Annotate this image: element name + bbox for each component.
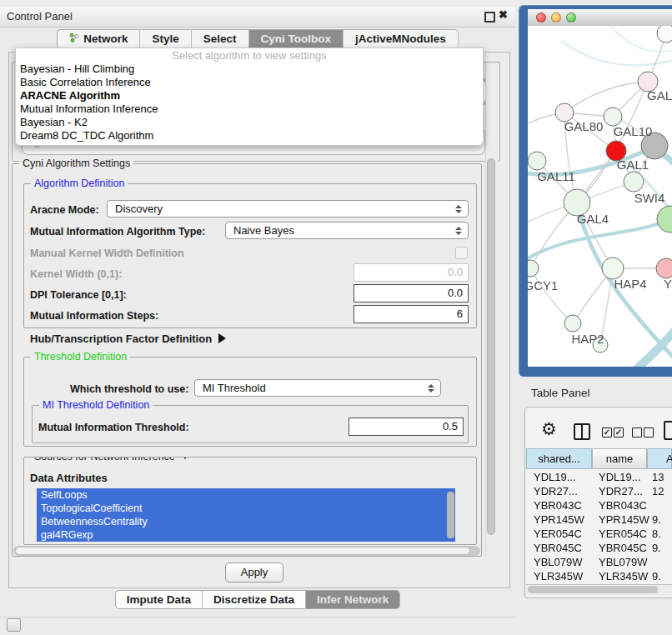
table-cell: YLR345W bbox=[599, 570, 648, 582]
mi-steps-field[interactable]: 6 bbox=[354, 305, 469, 323]
table-row[interactable]: YBR045CYBR045C9. bbox=[526, 542, 672, 556]
checked-box-icon[interactable]: ✓ bbox=[602, 428, 612, 438]
zoom-traffic-light-icon[interactable] bbox=[566, 12, 576, 22]
algorithm-option-bayesian-hill-climbing[interactable]: Bayesian - Hill Climbing bbox=[16, 62, 483, 76]
settings-horizontal-scrollbar-thumb[interactable] bbox=[15, 547, 470, 555]
algorithm-option-aracne-algorithm[interactable]: ARACNE Algorithm bbox=[16, 89, 483, 102]
table-cell: YBR043C bbox=[599, 499, 647, 512]
split-columns-icon[interactable] bbox=[574, 423, 590, 440]
table-row[interactable]: YLR345WYLR345W9. bbox=[526, 570, 672, 583]
tab-select[interactable]: Select bbox=[192, 29, 249, 49]
network-window-titlebar[interactable] bbox=[528, 9, 672, 27]
tab-label: Style bbox=[152, 30, 178, 48]
table-row[interactable]: YDR27...YDR27...12 bbox=[526, 485, 672, 499]
kernel-width-field[interactable]: 0.0 bbox=[354, 263, 469, 282]
network-node-label: GAL80 bbox=[564, 119, 604, 133]
aracne-mode-label: Aracne Mode: bbox=[30, 204, 99, 216]
attribute-item-gal4rgexp[interactable]: gal4RGexp bbox=[37, 528, 455, 542]
network-node[interactable] bbox=[657, 26, 672, 42]
kernel-width-label: Kernel Width (0,1): bbox=[30, 268, 122, 280]
aracne-mode-combobox[interactable]: Discovery bbox=[107, 200, 469, 218]
network-canvas-svg: GALGAL80GAL10GAL1GAL11SWI4GAL4GCY1HAP4YH… bbox=[528, 26, 672, 367]
attribute-item-betweennesscentrality[interactable]: BetweennessCentrality bbox=[37, 515, 455, 528]
network-node-label: HAP4 bbox=[614, 277, 646, 291]
network-node-label: GCY1 bbox=[528, 278, 558, 292]
close-icon[interactable]: ✖ bbox=[499, 8, 508, 21]
tab-network[interactable]: Network bbox=[57, 29, 140, 49]
tab-style[interactable]: Style bbox=[140, 29, 191, 49]
tab-impute-data[interactable]: Impute Data bbox=[115, 590, 203, 609]
algorithm-dropdown-list: Bayesian - Hill ClimbingBasic Correlatio… bbox=[16, 62, 483, 142]
mi-threshold-field[interactable]: 0.5 bbox=[349, 418, 464, 436]
manual-kernel-label: Manual Kernel Width Definition bbox=[30, 248, 184, 259]
control-panel-tabbar: NetworkStyleSelectCyni ToolboxjActiveMNo… bbox=[0, 29, 515, 49]
page-icon[interactable] bbox=[664, 421, 672, 440]
algorithm-option-dream8-dc-tdc-algorithm[interactable]: Dream8 DC_TDC Algorithm bbox=[16, 129, 483, 142]
mi-threshold-label: Mutual Information Threshold: bbox=[38, 422, 189, 433]
table-horizontal-scrollbar-thumb[interactable] bbox=[528, 586, 658, 593]
network-canvas[interactable]: GALGAL80GAL10GAL1GAL11SWI4GAL4GCY1HAP4YH… bbox=[528, 26, 672, 367]
mi-type-combobox[interactable]: Naive Bayes bbox=[225, 222, 469, 239]
hub-definition-label: Hub/Transcription Factor Definition bbox=[30, 332, 212, 345]
tab-infer-network[interactable]: Infer Network bbox=[306, 590, 400, 609]
gear-icon[interactable]: ⚙ bbox=[541, 420, 557, 438]
network-node-label: HAP2 bbox=[571, 332, 604, 346]
column-header-partial[interactable]: A bbox=[647, 448, 672, 469]
tab-label: Select bbox=[203, 30, 237, 48]
dpi-tolerance-label: DPI Tolerance [0,1]: bbox=[30, 289, 127, 301]
column-header-shared[interactable]: shared... bbox=[526, 448, 592, 469]
table-cell: YPR145W bbox=[534, 513, 584, 526]
network-node[interactable] bbox=[624, 172, 644, 192]
network-tab-icon bbox=[69, 30, 79, 48]
network-node-label: GAL4 bbox=[577, 212, 609, 226]
minimize-traffic-light-icon[interactable] bbox=[551, 12, 561, 22]
control-panel-titlebar bbox=[0, 7, 515, 28]
network-node[interactable] bbox=[528, 260, 539, 277]
network-node[interactable] bbox=[657, 206, 672, 232]
table-row[interactable]: YDL19...YDL19...13 bbox=[526, 471, 672, 485]
manual-kernel-checkbox[interactable] bbox=[455, 247, 468, 259]
network-node[interactable] bbox=[604, 108, 622, 126]
algorithm-option-bayesian-k2[interactable]: Bayesian - K2 bbox=[16, 116, 483, 129]
table-panel-title: Table Panel bbox=[531, 387, 590, 399]
table-row[interactable]: YER054CYER054C8. bbox=[526, 528, 672, 542]
network-node-label: GAL1 bbox=[617, 158, 649, 172]
tab-cyni-toolbox[interactable]: Cyni Toolbox bbox=[249, 29, 344, 49]
column-header-name[interactable]: name bbox=[592, 448, 647, 469]
tab-discretize-data[interactable]: Discretize Data bbox=[203, 590, 306, 609]
threshold-definition-title: Threshold Definition bbox=[31, 351, 130, 362]
minimized-panel-icon[interactable] bbox=[7, 618, 21, 632]
float-window-icon[interactable] bbox=[484, 12, 495, 22]
network-node[interactable] bbox=[656, 258, 672, 278]
spinner-arrows-icon bbox=[455, 227, 462, 235]
attributes-scrollbar-thumb[interactable] bbox=[447, 492, 454, 538]
table-row[interactable]: YPR145WYPR145W9. bbox=[526, 513, 672, 528]
checked-box-icon[interactable]: ✓ bbox=[614, 428, 624, 438]
table-cell: YER054C bbox=[534, 528, 582, 540]
dpi-tolerance-field[interactable]: 0.0 bbox=[354, 284, 469, 302]
unchecked-box-icon[interactable] bbox=[632, 428, 642, 438]
algorithm-option-mutual-information-inference[interactable]: Mutual Information Inference bbox=[16, 102, 483, 116]
apply-button[interactable]: Apply bbox=[225, 562, 283, 582]
network-node[interactable] bbox=[528, 152, 546, 170]
hub-definition-expander[interactable]: Hub/Transcription Factor Definition bbox=[30, 332, 226, 345]
unchecked-box-icon[interactable] bbox=[644, 428, 654, 438]
network-node[interactable] bbox=[564, 315, 581, 332]
attribute-item-selfloops[interactable]: SelfLoops bbox=[37, 488, 455, 502]
table-row[interactable]: YBR043CYBR043C bbox=[526, 499, 672, 513]
sources-group-title: Sources for Network Inference bbox=[31, 457, 193, 462]
which-threshold-combobox[interactable]: MI Threshold bbox=[194, 379, 441, 397]
tab-label: Network bbox=[83, 30, 128, 48]
table-cell: YDR27... bbox=[599, 485, 643, 498]
table-cell: 9. bbox=[652, 513, 661, 526]
table-row[interactable]: YBL079WYBL079W bbox=[526, 556, 672, 570]
table-cell: YDL19... bbox=[534, 471, 576, 483]
algorithm-option-basic-correlation-inference[interactable]: Basic Correlation Inference bbox=[16, 76, 483, 89]
aracne-mode-value: Discovery bbox=[115, 202, 163, 215]
tab-jactivemnodules[interactable]: jActiveMNodules bbox=[344, 29, 459, 49]
close-traffic-light-icon[interactable] bbox=[536, 12, 546, 22]
mi-steps-label: Mutual Information Steps: bbox=[30, 310, 158, 322]
table-cell: 9. bbox=[652, 542, 661, 554]
attribute-item-topologicalcoefficient[interactable]: TopologicalCoefficient bbox=[37, 502, 455, 515]
settings-vertical-scrollbar-thumb[interactable] bbox=[487, 158, 495, 535]
